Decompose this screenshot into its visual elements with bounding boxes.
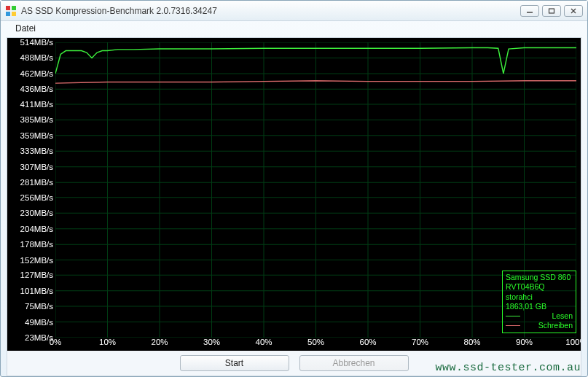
legend-swatch-write xyxy=(506,325,520,326)
y-tick-label: 127MB/s xyxy=(20,271,53,279)
y-tick-label: 411MB/s xyxy=(20,100,53,109)
start-button[interactable]: Start xyxy=(180,355,289,371)
chart-plot xyxy=(55,42,576,338)
legend-driver: storahci xyxy=(506,292,573,302)
y-tick-label: 75MB/s xyxy=(25,302,53,311)
y-tick-label: 307MB/s xyxy=(20,163,53,171)
y-axis-labels: 514MB/s488MB/s462MB/s436MB/s411MB/s385MB… xyxy=(7,38,55,338)
legend-write-label: Schreiben xyxy=(523,321,573,330)
chart-area: 514MB/s488MB/s462MB/s436MB/s411MB/s385MB… xyxy=(7,38,581,351)
svg-rect-0 xyxy=(6,6,10,10)
x-tick-label: 40% xyxy=(255,338,272,346)
y-tick-label: 359MB/s xyxy=(20,131,53,140)
y-tick-label: 436MB/s xyxy=(20,85,53,93)
legend-device: Samsung SSD 860 xyxy=(506,273,573,282)
x-tick-label: 30% xyxy=(203,338,220,346)
app-window: AS SSD Kompression-Benchmark 2.0.7316.34… xyxy=(0,0,588,377)
x-tick-label: 70% xyxy=(412,338,428,346)
legend-capacity: 1863,01 GB xyxy=(506,302,573,311)
legend-row-read: Lesen xyxy=(506,311,573,321)
y-tick-label: 385MB/s xyxy=(20,115,53,124)
x-tick-label: 60% xyxy=(359,338,376,346)
y-tick-label: 49MB/s xyxy=(25,318,53,327)
y-tick-label: 514MB/s xyxy=(20,38,53,47)
y-tick-label: 488MB/s xyxy=(20,53,53,62)
y-tick-label: 333MB/s xyxy=(20,147,53,155)
x-tick-label: 90% xyxy=(516,338,533,346)
content-panel: 514MB/s488MB/s462MB/s436MB/s411MB/s385MB… xyxy=(7,37,581,376)
titlebar: AS SSD Kompression-Benchmark 2.0.7316.34… xyxy=(1,1,587,21)
app-icon xyxy=(5,5,17,17)
minimize-button[interactable] xyxy=(520,5,539,17)
cancel-button: Abbrechen xyxy=(299,355,409,371)
x-tick-label: 20% xyxy=(151,338,168,346)
legend-firmware: RVT04B6Q xyxy=(506,282,573,292)
y-tick-label: 256MB/s xyxy=(20,193,53,202)
window-controls xyxy=(520,5,583,17)
menu-file[interactable]: Datei xyxy=(11,23,40,34)
svg-rect-2 xyxy=(6,12,10,16)
window-title: AS SSD Kompression-Benchmark 2.0.7316.34… xyxy=(21,6,217,16)
legend-swatch-read xyxy=(506,316,520,316)
y-tick-label: 101MB/s xyxy=(20,287,53,295)
legend-read-label: Lesen xyxy=(523,311,573,321)
x-tick-label: 100% xyxy=(565,338,581,346)
svg-rect-3 xyxy=(12,12,16,16)
x-axis-labels: 0%10%20%30%40%50%60%70%80%90%100% xyxy=(55,338,576,349)
x-tick-label: 0% xyxy=(50,338,62,346)
watermark: www.ssd-tester.com.au xyxy=(435,362,581,374)
x-tick-label: 10% xyxy=(99,338,116,346)
svg-rect-5 xyxy=(549,9,554,13)
legend-box: Samsung SSD 860 RVT04B6Q storahci 1863,0… xyxy=(502,271,576,333)
x-tick-label: 50% xyxy=(307,338,324,346)
svg-rect-1 xyxy=(12,6,16,10)
legend-row-write: Schreiben xyxy=(506,321,573,330)
close-button[interactable] xyxy=(564,5,583,17)
y-tick-label: 462MB/s xyxy=(20,69,53,78)
x-tick-label: 80% xyxy=(463,338,480,346)
y-tick-label: 152MB/s xyxy=(20,256,53,265)
y-tick-label: 204MB/s xyxy=(20,225,53,233)
menubar: Datei xyxy=(1,21,587,36)
y-tick-label: 230MB/s xyxy=(20,209,53,217)
y-tick-label: 281MB/s xyxy=(20,178,53,187)
maximize-button[interactable] xyxy=(542,5,561,17)
y-tick-label: 178MB/s xyxy=(20,240,53,249)
